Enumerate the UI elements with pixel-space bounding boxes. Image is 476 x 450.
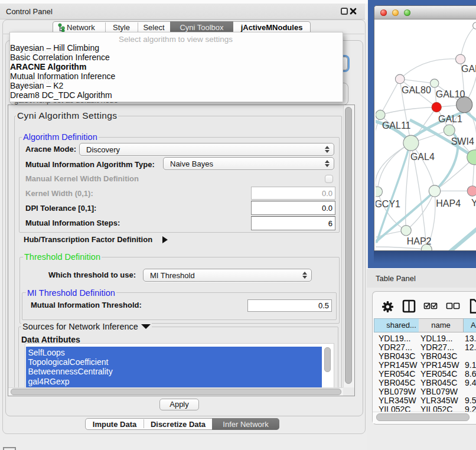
svg-text:GCY1: GCY1: [376, 199, 400, 209]
svg-text:SWI4: SWI4: [451, 136, 474, 146]
svg-text:GAL80: GAL80: [402, 85, 431, 95]
svg-text:GAL1: GAL1: [438, 114, 462, 124]
svg-text:GAL10: GAL10: [436, 89, 465, 99]
svg-text:GAL4: GAL4: [410, 152, 435, 162]
svg-text:Y: Y: [471, 198, 476, 208]
svg-text:GAL11: GAL11: [382, 120, 411, 131]
svg-text:GAL: GAL: [461, 64, 476, 74]
svg-text:HAP4: HAP4: [436, 198, 461, 208]
svg-text:HAP2: HAP2: [407, 236, 432, 246]
